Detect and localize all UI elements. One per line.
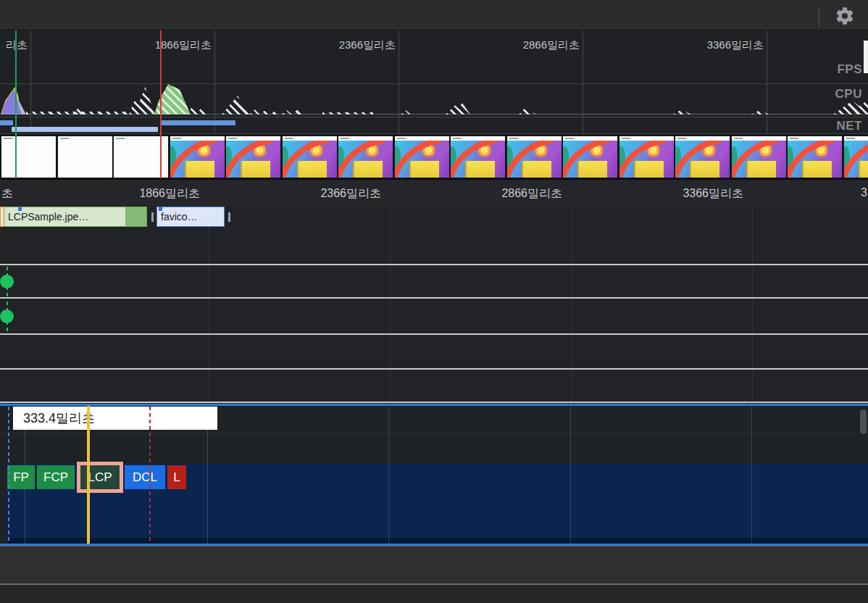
lane-label-net: NET — [837, 119, 863, 133]
animation-event-dot[interactable] — [0, 309, 14, 323]
timing-marker-fcp[interactable]: FCP — [37, 465, 75, 489]
lane-label-cpu: CPU — [835, 87, 862, 101]
section-top-border — [0, 404, 868, 406]
timing-marker-lcp[interactable]: LCP — [77, 462, 123, 493]
lcp-marker-line — [87, 404, 90, 546]
animations-track — [0, 178, 868, 404]
overview-scrollbar[interactable] — [864, 41, 868, 73]
status-panel — [0, 585, 868, 603]
devtools-performance-panel: 리초1866밀리초2366밀리초2866밀리초3366밀리초 FPSCPUNET… — [0, 0, 868, 603]
toolbar — [0, 0, 868, 30]
timing-marker-dcl[interactable]: DCL — [125, 465, 165, 489]
timing-marker-fp[interactable]: FP — [7, 465, 35, 489]
lane-label-fps: FPS — [837, 62, 862, 77]
animation-event-dot[interactable] — [0, 275, 14, 288]
flame-scrollbar[interactable] — [860, 409, 867, 434]
overview-marker-green-line — [15, 30, 17, 178]
lane-labels: FPSCPUNET — [0, 30, 868, 178]
track-area: 초1866밀리초2366밀리초2866밀리초3366밀리초3 LCPSample… — [0, 178, 868, 404]
dcl-dashed-line — [149, 407, 151, 541]
details-panel — [0, 546, 868, 583]
timing-marker-l[interactable]: L — [167, 465, 186, 489]
overview-marker-red-line — [160, 30, 162, 178]
fcp-dashed-line — [8, 407, 9, 544]
overview-pane[interactable]: 리초1866밀리초2366밀리초2866밀리초3366밀리초 FPSCPUNET — [0, 30, 868, 178]
toolbar-divider — [819, 7, 819, 28]
timings-section: 333.4밀리초 FPFCPLCPDCLL — [0, 404, 868, 546]
gear-icon[interactable] — [835, 6, 855, 26]
timing-markers: FPFCPLCPDCLL — [0, 404, 868, 546]
